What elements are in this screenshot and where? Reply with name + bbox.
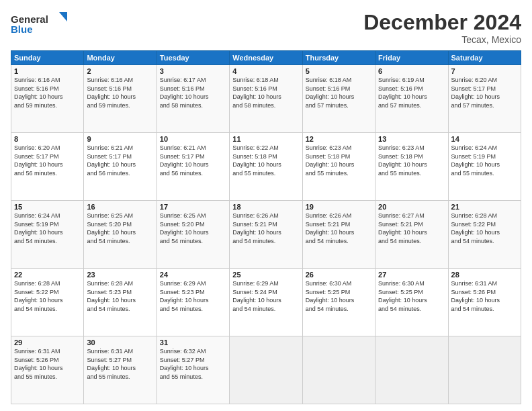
day-info: Sunrise: 6:24 AMSunset: 5:19 PMDaylight:… <box>451 144 500 177</box>
table-row <box>375 336 448 404</box>
day-info: Sunrise: 6:24 AMSunset: 5:19 PMDaylight:… <box>14 212 63 244</box>
day-number: 15 <box>14 203 81 211</box>
table-row: 4Sunrise: 6:18 AMSunset: 5:16 PMDaylight… <box>230 65 302 133</box>
table-row: 2Sunrise: 6:16 AMSunset: 5:16 PMDaylight… <box>84 65 157 133</box>
table-row: 22Sunrise: 6:28 AMSunset: 5:22 PMDayligh… <box>11 269 84 336</box>
table-row: 9Sunrise: 6:21 AMSunset: 5:17 PMDaylight… <box>84 133 157 201</box>
table-row: 30Sunrise: 6:31 AMSunset: 5:27 PMDayligh… <box>84 336 157 404</box>
table-row: 16Sunrise: 6:25 AMSunset: 5:20 PMDayligh… <box>84 201 157 269</box>
day-number: 8 <box>14 135 81 143</box>
table-row: 1Sunrise: 6:16 AMSunset: 5:16 PMDaylight… <box>11 65 84 133</box>
day-info: Sunrise: 6:28 AMSunset: 5:22 PMDaylight:… <box>451 212 500 244</box>
day-number: 11 <box>232 135 299 143</box>
table-row: 27Sunrise: 6:30 AMSunset: 5:25 PMDayligh… <box>375 269 448 336</box>
day-number: 9 <box>87 135 153 143</box>
table-row <box>448 336 521 404</box>
day-number: 17 <box>160 203 226 211</box>
day-info: Sunrise: 6:31 AMSunset: 5:26 PMDaylight:… <box>14 348 63 380</box>
day-number: 6 <box>378 67 445 75</box>
calendar-week-row: 8Sunrise: 6:20 AMSunset: 5:17 PMDaylight… <box>11 133 521 201</box>
table-row: 10Sunrise: 6:21 AMSunset: 5:17 PMDayligh… <box>157 133 229 201</box>
table-row: 31Sunrise: 6:32 AMSunset: 5:27 PMDayligh… <box>157 336 229 404</box>
day-info: Sunrise: 6:28 AMSunset: 5:23 PMDaylight:… <box>87 280 136 312</box>
calendar-week-row: 1Sunrise: 6:16 AMSunset: 5:16 PMDaylight… <box>11 65 521 133</box>
subtitle: Tecax, Mexico <box>363 34 521 45</box>
day-number: 27 <box>378 271 445 279</box>
main-title: December 2024 <box>363 11 521 34</box>
table-row: 29Sunrise: 6:31 AMSunset: 5:26 PMDayligh… <box>11 336 84 404</box>
logo-svg: General Blue <box>11 11 71 38</box>
day-info: Sunrise: 6:30 AMSunset: 5:25 PMDaylight:… <box>378 280 427 312</box>
table-row: 25Sunrise: 6:29 AMSunset: 5:24 PMDayligh… <box>230 269 302 336</box>
logo: General Blue <box>11 11 71 38</box>
table-row: 5Sunrise: 6:18 AMSunset: 5:16 PMDaylight… <box>302 65 375 133</box>
day-number: 30 <box>87 338 153 347</box>
day-info: Sunrise: 6:31 AMSunset: 5:27 PMDaylight:… <box>87 348 136 380</box>
day-info: Sunrise: 6:31 AMSunset: 5:26 PMDaylight:… <box>451 280 500 312</box>
day-number: 16 <box>87 203 153 211</box>
day-number: 23 <box>87 271 153 279</box>
day-number: 31 <box>160 338 226 347</box>
calendar-week-row: 15Sunrise: 6:24 AMSunset: 5:19 PMDayligh… <box>11 201 521 269</box>
day-number: 2 <box>87 67 153 75</box>
table-row: 13Sunrise: 6:23 AMSunset: 5:18 PMDayligh… <box>375 133 448 201</box>
day-info: Sunrise: 6:27 AMSunset: 5:21 PMDaylight:… <box>378 212 427 244</box>
day-info: Sunrise: 6:25 AMSunset: 5:20 PMDaylight:… <box>87 212 136 244</box>
calendar: Sunday Monday Tuesday Wednesday Thursday… <box>11 50 521 404</box>
table-row: 28Sunrise: 6:31 AMSunset: 5:26 PMDayligh… <box>448 269 521 336</box>
day-number: 29 <box>14 338 81 347</box>
day-number: 25 <box>232 271 299 279</box>
table-row: 26Sunrise: 6:30 AMSunset: 5:25 PMDayligh… <box>302 269 375 336</box>
page: General Blue December 2024 Tecax, Mexico… <box>0 0 532 411</box>
day-info: Sunrise: 6:26 AMSunset: 5:21 PMDaylight:… <box>306 212 355 244</box>
table-row: 18Sunrise: 6:26 AMSunset: 5:21 PMDayligh… <box>230 201 302 269</box>
col-saturday: Saturday <box>448 51 521 65</box>
day-info: Sunrise: 6:22 AMSunset: 5:18 PMDaylight:… <box>232 144 281 177</box>
svg-marker-2 <box>59 12 67 21</box>
table-row: 14Sunrise: 6:24 AMSunset: 5:19 PMDayligh… <box>448 133 521 201</box>
day-info: Sunrise: 6:29 AMSunset: 5:24 PMDaylight:… <box>232 280 281 312</box>
day-number: 18 <box>232 203 299 211</box>
day-number: 10 <box>160 135 226 143</box>
table-row: 17Sunrise: 6:25 AMSunset: 5:20 PMDayligh… <box>157 201 229 269</box>
header: General Blue December 2024 Tecax, Mexico <box>11 11 521 45</box>
day-number: 21 <box>451 203 518 211</box>
day-number: 1 <box>14 67 81 75</box>
day-info: Sunrise: 6:23 AMSunset: 5:18 PMDaylight:… <box>306 144 355 177</box>
svg-text:Blue: Blue <box>11 24 33 35</box>
table-row: 12Sunrise: 6:23 AMSunset: 5:18 PMDayligh… <box>302 133 375 201</box>
day-info: Sunrise: 6:21 AMSunset: 5:17 PMDaylight:… <box>87 144 136 177</box>
table-row: 21Sunrise: 6:28 AMSunset: 5:22 PMDayligh… <box>448 201 521 269</box>
col-wednesday: Wednesday <box>230 51 302 65</box>
day-info: Sunrise: 6:20 AMSunset: 5:17 PMDaylight:… <box>14 144 63 177</box>
day-number: 5 <box>306 67 372 75</box>
table-row: 15Sunrise: 6:24 AMSunset: 5:19 PMDayligh… <box>11 201 84 269</box>
table-row: 6Sunrise: 6:19 AMSunset: 5:16 PMDaylight… <box>375 65 448 133</box>
day-number: 3 <box>160 67 226 75</box>
table-row: 7Sunrise: 6:20 AMSunset: 5:17 PMDaylight… <box>448 65 521 133</box>
day-info: Sunrise: 6:26 AMSunset: 5:21 PMDaylight:… <box>232 212 281 244</box>
table-row: 8Sunrise: 6:20 AMSunset: 5:17 PMDaylight… <box>11 133 84 201</box>
day-info: Sunrise: 6:18 AMSunset: 5:16 PMDaylight:… <box>232 77 281 109</box>
day-info: Sunrise: 6:18 AMSunset: 5:16 PMDaylight:… <box>306 77 355 109</box>
title-block: December 2024 Tecax, Mexico <box>363 11 521 45</box>
day-number: 28 <box>451 271 518 279</box>
day-number: 26 <box>306 271 372 279</box>
day-info: Sunrise: 6:19 AMSunset: 5:16 PMDaylight:… <box>378 77 427 109</box>
day-info: Sunrise: 6:30 AMSunset: 5:25 PMDaylight:… <box>306 280 355 312</box>
day-info: Sunrise: 6:29 AMSunset: 5:23 PMDaylight:… <box>160 280 209 312</box>
day-info: Sunrise: 6:32 AMSunset: 5:27 PMDaylight:… <box>160 348 209 380</box>
day-number: 24 <box>160 271 226 279</box>
col-monday: Monday <box>84 51 157 65</box>
col-thursday: Thursday <box>302 51 375 65</box>
table-row <box>302 336 375 404</box>
day-number: 14 <box>451 135 518 143</box>
table-row: 11Sunrise: 6:22 AMSunset: 5:18 PMDayligh… <box>230 133 302 201</box>
day-number: 20 <box>378 203 445 211</box>
table-row: 23Sunrise: 6:28 AMSunset: 5:23 PMDayligh… <box>84 269 157 336</box>
day-info: Sunrise: 6:16 AMSunset: 5:16 PMDaylight:… <box>87 77 136 109</box>
day-number: 12 <box>306 135 372 143</box>
table-row: 3Sunrise: 6:17 AMSunset: 5:16 PMDaylight… <box>157 65 229 133</box>
day-info: Sunrise: 6:16 AMSunset: 5:16 PMDaylight:… <box>14 77 63 109</box>
day-info: Sunrise: 6:28 AMSunset: 5:22 PMDaylight:… <box>14 280 63 312</box>
